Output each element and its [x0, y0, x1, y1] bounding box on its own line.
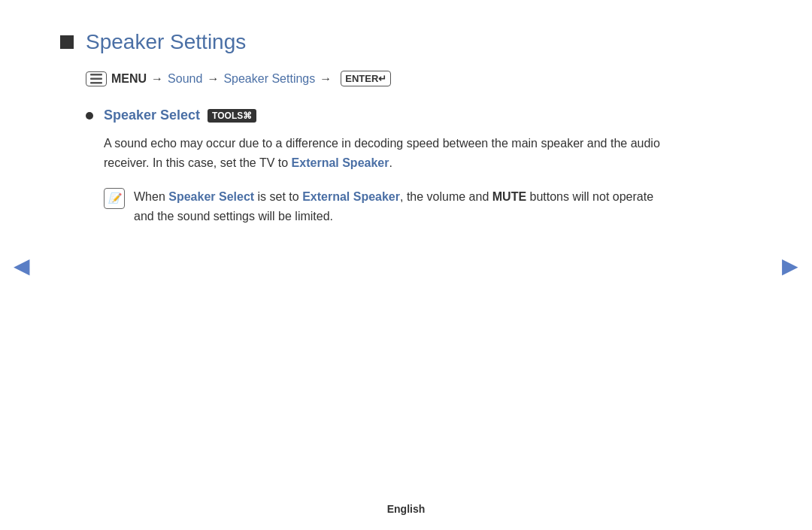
breadcrumb-speaker-settings: Speaker Settings	[223, 72, 315, 86]
svg-rect-2	[90, 82, 102, 84]
menu-icon	[86, 71, 107, 86]
section-content: Speaker Select TOOLS⌘ A sound echo may o…	[86, 108, 677, 227]
note-icon: 📝	[104, 188, 125, 209]
note-part1: When	[134, 190, 168, 203]
footer-language: English	[387, 503, 426, 515]
main-content: Speaker Settings MENU → Sound → Speaker …	[0, 0, 737, 257]
description-text: A sound echo may occur due to a differen…	[104, 134, 677, 174]
next-page-button[interactable]: ▶	[782, 253, 798, 277]
title-row: Speaker Settings	[60, 30, 677, 54]
arrow-2: →	[207, 72, 219, 86]
note-bold: MUTE	[492, 190, 526, 203]
note-text: When Speaker Select is set to External S…	[134, 187, 677, 227]
bullet-icon	[86, 112, 93, 120]
breadcrumb-sound: Sound	[168, 72, 202, 86]
menu-label: MENU	[111, 72, 147, 86]
svg-rect-0	[90, 74, 102, 76]
enter-icon: ENTER↵	[341, 71, 391, 86]
description-end: .	[389, 156, 392, 169]
title-square-icon	[60, 35, 74, 49]
description-highlight: External Speaker	[292, 156, 389, 169]
note-row: 📝 When Speaker Select is set to External…	[104, 187, 677, 227]
enter-label: ENTER	[345, 73, 378, 84]
speaker-select-label: Speaker Select	[104, 108, 200, 123]
breadcrumb: MENU → Sound → Speaker Settings → ENTER↵	[86, 71, 677, 86]
arrow-3: →	[320, 72, 332, 86]
svg-rect-1	[90, 77, 102, 80]
tools-badge: TOOLS⌘	[208, 109, 256, 123]
page-title: Speaker Settings	[86, 30, 246, 54]
note-part3: , the volume and	[400, 190, 492, 203]
arrow-1: →	[151, 72, 163, 86]
note-highlight1: Speaker Select	[168, 190, 254, 203]
prev-page-button[interactable]: ◀	[14, 253, 30, 277]
note-highlight2: External Speaker	[302, 190, 400, 203]
speaker-select-row: Speaker Select TOOLS⌘	[86, 108, 677, 123]
note-part2: is set to	[254, 190, 302, 203]
